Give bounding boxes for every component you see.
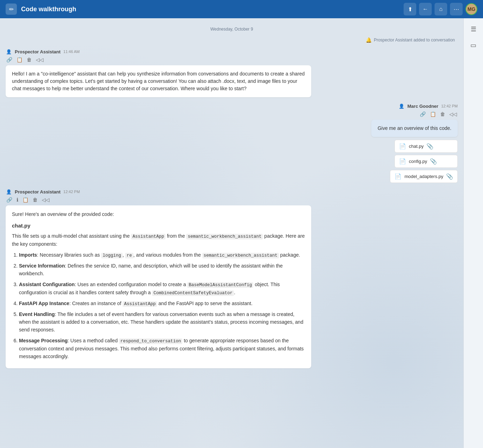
message-row: 👤 Prospector Assistant 11:46 AM 🔗 📋 🗑 ◁◁…: [0, 48, 463, 103]
message-bubble: Give me an overview of this code.: [371, 120, 458, 137]
remove-attachment-button[interactable]: 📎: [446, 173, 453, 180]
delete-button[interactable]: 🗑: [26, 56, 32, 63]
home-button[interactable]: ⌂: [435, 3, 447, 15]
remove-attachment-button[interactable]: 📎: [426, 143, 433, 150]
message-sender: 👤 Marc Goodner 12:42 PM: [398, 103, 458, 109]
share-button[interactable]: ⬆: [404, 3, 416, 15]
system-notification: 🔔 Prospector Assistant added to conversa…: [0, 37, 463, 43]
attachments: 📄 chat.py 📎 📄 config.py 📎 📄 model_adapte…: [390, 140, 458, 183]
sender-time: 12:42 PM: [63, 190, 80, 194]
link-button[interactable]: 🔗: [419, 111, 426, 118]
message-bubble: Sure! Here's an overview of the provided…: [6, 205, 311, 368]
message-sender: 👤 Prospector Assistant 12:42 PM: [6, 189, 458, 195]
link-button[interactable]: 🔗: [6, 196, 13, 203]
section-description: This file sets up a multi-model chat ass…: [12, 232, 305, 248]
list-item: Message Processing: Uses a method called…: [19, 337, 305, 361]
message-bubble: Hello! I am a "co-intelligence" assistan…: [6, 65, 311, 97]
system-notification-text: Prospector Assistant added to conversati…: [374, 38, 455, 42]
avatar[interactable]: MG: [465, 3, 477, 15]
sender-time: 11:46 AM: [63, 50, 79, 54]
message-content: Give me an overview of this code.: [378, 125, 451, 131]
file-icon: 📄: [399, 158, 406, 165]
list-item: Imports: Necessary libraries such as log…: [19, 251, 305, 259]
delete-button[interactable]: 🗑: [32, 196, 38, 203]
file-icon: 📄: [394, 173, 402, 180]
delete-button[interactable]: 🗑: [439, 111, 446, 118]
info-button[interactable]: ℹ: [16, 196, 19, 203]
audio-button[interactable]: ◁◁: [41, 196, 50, 203]
message-actions: 🔗 ℹ 📋 🗑 ◁◁: [6, 196, 458, 203]
response-content: Sure! Here's an overview of the provided…: [12, 210, 305, 361]
attachment-item: 📄 model_adapters.py 📎: [390, 170, 458, 183]
sidebar: ☰ ▭: [463, 18, 483, 448]
message-actions: 🔗 📋 🗑 ◁◁: [419, 111, 458, 118]
remove-attachment-button[interactable]: 📎: [430, 158, 437, 165]
page-title: Code walkthrough: [21, 6, 399, 13]
header: ✏ Code walkthrough ⬆ ← ⌂ ⋯ MG: [0, 0, 483, 18]
sender-name: Prospector Assistant: [15, 49, 60, 54]
list-item: FastAPI App Instance: Creates an instanc…: [19, 299, 305, 308]
sender-name: Marc Goodner: [407, 104, 438, 109]
message-row: 👤 Prospector Assistant 12:42 PM 🔗 ℹ 📋 🗑 …: [0, 189, 463, 374]
audio-button[interactable]: ◁◁: [35, 56, 44, 63]
list-item: Event Handling: The file includes a set …: [19, 310, 305, 334]
attachment-item: 📄 config.py 📎: [394, 155, 458, 168]
copy-button[interactable]: 📋: [429, 111, 437, 118]
attachment-item: 📄 chat.py 📎: [394, 140, 458, 153]
audio-button[interactable]: ◁◁: [449, 111, 458, 118]
file-name: config.py: [409, 159, 427, 164]
edit-icon[interactable]: ✏: [6, 4, 17, 15]
assistant-icon: 👤: [6, 48, 12, 55]
list-item: Service Information: Defines the service…: [19, 262, 305, 278]
date-separator: Wednesday, October 9: [0, 27, 463, 32]
list-item: Assistant Configuration: Uses an extende…: [19, 281, 305, 297]
file-icon: 📄: [399, 143, 406, 150]
link-button[interactable]: 🔗: [6, 56, 13, 63]
section-title: chat.py: [12, 222, 305, 230]
message-row: 👤 Marc Goodner 12:42 PM 🔗 📋 🗑 ◁◁ Give me…: [0, 103, 463, 189]
chat-area[interactable]: Wednesday, October 9 🔔 Prospector Assist…: [0, 18, 463, 448]
list-view-button[interactable]: ☰: [467, 22, 480, 36]
panel-view-button[interactable]: ▭: [467, 39, 480, 52]
file-name: chat.py: [409, 144, 424, 149]
message-actions: 🔗 📋 🗑 ◁◁: [6, 56, 458, 63]
response-intro: Sure! Here's an overview of the provided…: [12, 210, 305, 218]
back-button[interactable]: ←: [419, 3, 432, 15]
sender-name: Prospector Assistant: [15, 189, 60, 195]
file-name: model_adapters.py: [404, 174, 443, 179]
main-layout: Wednesday, October 9 🔔 Prospector Assist…: [0, 18, 483, 448]
sender-time: 12:42 PM: [441, 104, 458, 108]
message-sender: 👤 Prospector Assistant 11:46 AM: [6, 48, 458, 55]
copy-button[interactable]: 📋: [22, 196, 29, 203]
user-icon: 👤: [398, 103, 405, 109]
response-list: Imports: Necessary libraries such as log…: [12, 251, 305, 361]
assistant-icon: 👤: [6, 189, 12, 195]
message-content: Hello! I am a "co-intelligence" assistan…: [12, 71, 305, 91]
copy-button[interactable]: 📋: [16, 56, 23, 63]
header-actions: ⬆ ← ⌂ ⋯ MG: [404, 3, 477, 15]
more-button[interactable]: ⋯: [450, 3, 463, 15]
